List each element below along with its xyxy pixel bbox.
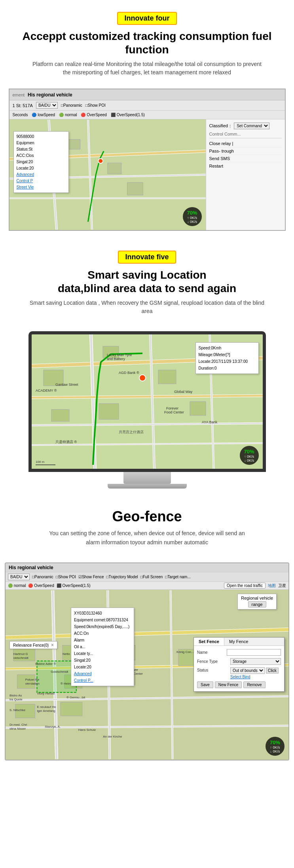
gf-speed-indicator: 70% ↑ 0K/s ↓ 0K/s: [266, 737, 285, 756]
select-bind-link[interactable]: Select Bind: [230, 675, 279, 679]
svg-text:S. Nitschke: S. Nitschke: [9, 709, 26, 712]
vehicle-label: His regional vehicle: [28, 92, 72, 98]
gf-panoramic-check[interactable]: □Panoramic: [32, 575, 53, 579]
relevance-close-btn[interactable]: ×: [51, 642, 54, 648]
popup-control[interactable]: Control P: [17, 178, 66, 184]
innovate-five-section: Innovate five Smart saving Location data…: [0, 235, 294, 327]
svg-text:stina Nisser: stina Nisser: [9, 727, 26, 730]
status-select[interactable]: Out of bounds Street Advanced: [230, 667, 265, 674]
remove-btn[interactable]: Remove: [243, 681, 265, 688]
innovate-five-title: Smart saving Location data,blind area da…: [8, 268, 286, 295]
svg-text:100 m: 100 m: [36, 460, 45, 464]
set-command-select[interactable]: Set Command: [234, 123, 269, 129]
svg-text:Gantaw Street: Gantaw Street: [55, 383, 78, 387]
tab-set-fence[interactable]: Set Fence: [194, 638, 224, 645]
relevance-label: Relevance Fence(0): [13, 643, 49, 647]
gf-trajectory-check[interactable]: □Trajectory Model: [106, 575, 138, 579]
range-badge[interactable]: range: [248, 601, 266, 608]
gf-show-fence-check[interactable]: ☑Show Fence: [78, 575, 104, 579]
speed-percent: 70%: [187, 210, 197, 216]
new-fence-btn[interactable]: New Fence: [215, 681, 242, 688]
status-out-row: Out of bounds Street Advanced Click: [230, 667, 279, 674]
speed-up: ↑ 0K/s: [187, 216, 197, 220]
baidu-select[interactable]: BAIDU: [36, 102, 58, 109]
popup-status: Status:St: [17, 146, 66, 153]
cmd-send-sms[interactable]: Send SMS: [209, 155, 282, 162]
monitor-stand: [123, 472, 171, 484]
gf-speed-percent: 70%: [270, 740, 280, 745]
monitor-screen: Lucky Man Tyre and Battery AGD Bank ® Gl…: [28, 331, 266, 472]
name-input[interactable]: [227, 649, 281, 656]
gf-map-type1[interactable]: 地图: [268, 583, 276, 589]
monitor-wrapper: Lucky Man Tyre and Battery AGD Bank ® Gl…: [0, 327, 294, 500]
svg-rect-71: [61, 702, 82, 716]
map-four: 90588000 Equipmen Status:St ACC:Clos Sin…: [9, 119, 206, 230]
info-popup-four: 90588000 Equipmen Status:St ACC:Clos Sin…: [13, 131, 69, 193]
gf-fullscreen-check[interactable]: □Full Screen: [140, 575, 163, 579]
classified-row: Classified： Set Command: [209, 123, 282, 129]
gf-targetname-check[interactable]: □Target nam...: [165, 575, 190, 579]
speed-legend: Seconds 🔵 lowSpeed 🟢 normal 🔴 OverSpeed …: [9, 111, 285, 119]
gf-baidu-select[interactable]: BAIDU: [8, 574, 30, 580]
command-list: Close relay | Pass- trough Send SMS Rest…: [209, 138, 282, 170]
right-panel: Classified： Set Command Control Comm... …: [206, 119, 285, 230]
popup-locate: Locate:20: [17, 165, 66, 172]
management-label: ement: [13, 92, 25, 97]
save-btn[interactable]: Save: [197, 681, 213, 688]
innovate-four-section: Innovate four Acceppt customized trackin…: [0, 0, 294, 89]
gf-speed-down: ↓ 0K/s: [270, 749, 280, 753]
vp-locate-type: Locate ty...: [74, 650, 131, 657]
show-poi-check[interactable]: □Show POI: [85, 103, 106, 108]
lowspeed-item: 🔵 lowSpeed: [32, 113, 55, 117]
svg-text:vierstation: vierstation: [25, 682, 40, 685]
gf-show-poi-check[interactable]: □Show POI: [56, 575, 76, 579]
popup-advanced[interactable]: Advanced: [17, 172, 66, 178]
svg-text:Vicky Herbst: Vicky Herbst: [37, 692, 55, 695]
monitor-speed-up: ↑ 0K/s: [244, 455, 254, 459]
fence-type-select[interactable]: Storage: [230, 658, 281, 665]
geofence-subtitle: You can setting the zone of fence, when …: [48, 529, 246, 547]
innovate-four-subtitle: Platform can realize real-time Monitorin…: [28, 60, 266, 77]
fence-type-label: Fence Type: [197, 659, 229, 664]
vp-singal: Singal:20: [74, 657, 131, 664]
vp-advanced[interactable]: Advanced: [74, 670, 131, 677]
seconds-label: Seconds: [13, 113, 28, 117]
speed-down: ↓ 0K/s: [187, 220, 197, 224]
svg-text:ACADEMY ®: ACADEMY ®: [36, 389, 57, 392]
svg-text:lger Amelang: lger Amelang: [37, 709, 55, 713]
monitor: Lucky Man Tyre and Battery AGD Bank ® Gl…: [28, 331, 266, 489]
cmd-restart[interactable]: Restart: [209, 162, 282, 170]
svg-text:König Con...: König Con...: [176, 651, 194, 654]
monitor-map: Lucky Man Tyre and Battery AGD Bank ® Gl…: [32, 334, 263, 469]
dialog-btn-row: Save New Fence Remove: [197, 681, 281, 688]
click-btn[interactable]: Click: [266, 668, 279, 674]
svg-rect-36: [51, 409, 69, 421]
svg-text:Polizei Re: Polizei Re: [25, 678, 40, 681]
gf-speed-up: ↑ 0K/s: [270, 745, 280, 749]
open-road-btn[interactable]: Open the road traffic: [224, 583, 266, 589]
svg-text:AGD Bank ®: AGD Bank ®: [119, 371, 139, 375]
status-row: Status Out of bounds Street Advanced Cli…: [197, 667, 281, 679]
svg-rect-13: [108, 163, 121, 174]
vp-oil: Oil a...: [74, 643, 131, 650]
gf-vehicle-title: His regional vehicle: [9, 565, 53, 570]
cmd-close-relay[interactable]: Close relay |: [209, 140, 282, 147]
monitor-mileage: Mileage:0Meter[?]: [199, 351, 256, 358]
vp-control[interactable]: Control P...: [74, 677, 131, 684]
svg-text:Forever: Forever: [166, 406, 178, 410]
panoramic-check[interactable]: □Panoramic: [61, 103, 82, 108]
tab-my-fence[interactable]: My Fence: [224, 638, 253, 645]
cmd-pass-through[interactable]: Pass- trough: [209, 147, 282, 155]
svg-text:Goldschmidt: Goldschmidt: [51, 670, 68, 674]
svg-rect-33: [158, 370, 176, 384]
gf-toolbar-row: BAIDU □Panoramic □Show POI ☑Show Fence □…: [6, 572, 288, 582]
vehicle-info-popup: XY03D3132460 Equipment cornet:0870731324…: [71, 608, 134, 686]
map-toolbar: ement His regional vehicle: [9, 89, 285, 100]
popup-street[interactable]: Street Vie: [17, 184, 66, 191]
status-label: Status: [197, 667, 229, 672]
gf-map-type2[interactable]: 卫星: [278, 583, 286, 589]
monitor-info-popup: Speed:0Kmh Mileage:0Meter[?] Locate:2017…: [195, 342, 259, 374]
regional-label: Regional vehicle: [241, 596, 273, 600]
vp-acc: ACC:On: [74, 630, 131, 637]
vp-locate: Locate:20: [74, 664, 131, 670]
